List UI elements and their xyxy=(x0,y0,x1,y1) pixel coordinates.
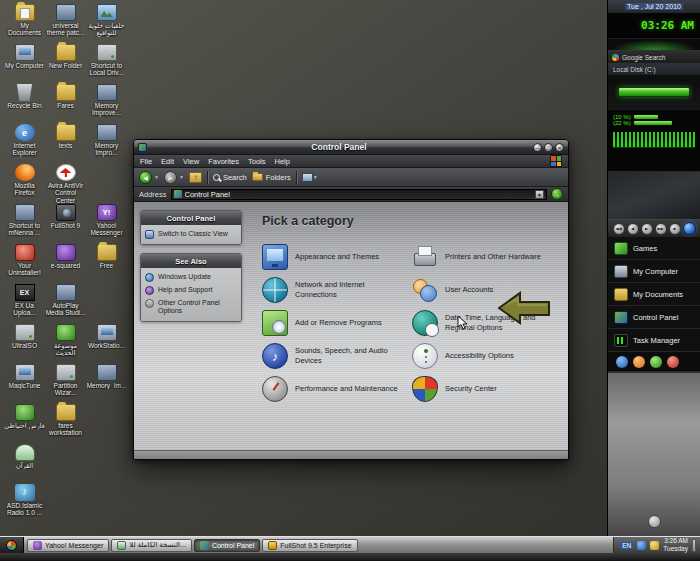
media-play-glow-button[interactable] xyxy=(683,222,696,235)
google-search-widget[interactable]: Google Search xyxy=(608,50,700,63)
desktop-icon[interactable]: Memory_Im... xyxy=(86,364,127,404)
desktop-icon[interactable]: universal theme patc... xyxy=(45,4,86,44)
desktop-icon[interactable]: My Documents xyxy=(4,4,45,44)
start-button[interactable] xyxy=(0,537,24,553)
desktop-icon[interactable]: Mozilla Firefox xyxy=(4,164,45,204)
taskbar-task[interactable]: Yahoo! Messenger xyxy=(27,539,109,552)
recorder-icon[interactable] xyxy=(667,356,679,368)
tray-network-icon[interactable] xyxy=(637,541,646,550)
dock-item[interactable]: Task Manager xyxy=(608,329,700,352)
desktop-icon-image xyxy=(15,124,35,141)
desktop-icon[interactable]: Avira AntiVir Control Center xyxy=(45,164,86,204)
desktop-icon[interactable]: Shortcut to mNenna ... xyxy=(4,204,45,244)
taskbar-task[interactable]: النسخة الكاملة للا... xyxy=(111,539,192,552)
category-item[interactable]: Printers and Other Hardware xyxy=(412,240,564,273)
dock-item[interactable]: Games xyxy=(608,237,700,260)
dock-item[interactable]: My Computer xyxy=(608,260,700,283)
views-button[interactable]: ▼ xyxy=(302,173,318,182)
desktop-icon[interactable]: فارس احتياطي xyxy=(4,404,45,444)
messenger-icon[interactable] xyxy=(650,356,662,368)
media-button[interactable]: ▶▶ xyxy=(655,223,667,235)
box-body: Switch to Classic View xyxy=(141,225,241,244)
browser-icon[interactable] xyxy=(633,356,645,368)
desktop-icon[interactable]: MagicTune xyxy=(4,364,45,404)
task-pane-link[interactable]: Windows Update xyxy=(145,273,237,282)
menu-item[interactable]: View xyxy=(183,157,199,166)
desktop-icon-image xyxy=(56,164,76,181)
task-pane-link[interactable]: Other Control Panel Options xyxy=(145,299,237,316)
go-button[interactable]: → xyxy=(551,188,563,200)
dock-item[interactable]: Control Panel xyxy=(608,306,700,329)
search-button[interactable]: Search xyxy=(213,173,247,182)
desktop-icon[interactable]: موسوعة الحديث xyxy=(45,324,86,364)
menu-item[interactable]: File xyxy=(140,157,152,166)
desktop-icon[interactable]: e-squared xyxy=(45,244,86,284)
menu-item[interactable]: Edit xyxy=(161,157,174,166)
tray-clock[interactable]: 3:26 AM Tuesday xyxy=(663,537,688,553)
category-item[interactable]: Accessibility Options xyxy=(412,339,564,372)
category-item[interactable]: Sounds, Speech, and Audio Devices xyxy=(262,339,412,372)
taskbar-task[interactable]: Control Panel xyxy=(194,539,260,552)
desktop-icon[interactable]: WorkStatio... xyxy=(86,324,127,364)
language-indicator[interactable]: EN xyxy=(620,542,633,549)
category-icon xyxy=(412,244,438,270)
task-pane-link[interactable]: Switch to Classic View xyxy=(145,230,237,239)
desktop-icon[interactable]: FullShot 9 xyxy=(45,204,86,244)
desktop-icon[interactable]: My Computer xyxy=(4,44,45,84)
desktop-icon[interactable]: ASD.Islamic Radio 1.0 ... xyxy=(4,484,45,524)
address-dropdown-button[interactable]: ▼ xyxy=(535,190,544,199)
desktop-icon[interactable]: Shortcut to Local Driv... xyxy=(86,44,127,84)
close-button[interactable]: × xyxy=(555,143,564,152)
media-button[interactable]: ▶ xyxy=(641,223,653,235)
desktop-icon[interactable]: New Folder xyxy=(45,44,86,84)
desktop-icon[interactable]: Partition Wizar... xyxy=(45,364,86,404)
back-dropdown-icon[interactable]: ▼ xyxy=(154,174,159,180)
category-item[interactable]: Performance and Maintenance xyxy=(262,372,412,405)
dock-item[interactable]: My Documents xyxy=(608,283,700,306)
back-button[interactable]: ◀ xyxy=(139,171,152,184)
desktop-icon[interactable]: fares workstation xyxy=(45,404,86,444)
desktop-icon-label: My Computer xyxy=(5,62,44,69)
window-titlebar[interactable]: Control Panel – □ × xyxy=(134,140,568,155)
desktop-icon[interactable]: Memory Impro... xyxy=(86,124,127,164)
desktop-icon[interactable]: Internet Explorer xyxy=(4,124,45,164)
desktop-icon[interactable]: Recycle Bin xyxy=(4,84,45,124)
desktop-icon[interactable]: UltraISO xyxy=(4,324,45,364)
toolbar-separator xyxy=(207,171,208,184)
folders-button[interactable]: Folders xyxy=(252,173,291,182)
desktop-icon[interactable]: Free xyxy=(86,244,127,284)
task-pane-link[interactable]: Help and Support xyxy=(145,286,237,295)
desktop-icon[interactable]: AutoPlay Media Studi... xyxy=(45,284,86,324)
category-item[interactable]: Add or Remove Programs xyxy=(262,306,412,339)
menu-item[interactable]: Favorites xyxy=(208,157,239,166)
media-button[interactable]: ◀ xyxy=(627,223,639,235)
menu-item[interactable]: Tools xyxy=(248,157,266,166)
menu-item[interactable]: Help xyxy=(275,157,290,166)
desktop-icon[interactable]: Memory Improve... xyxy=(86,84,127,124)
taskbar-task[interactable]: FullShot 9.5 Enterprise xyxy=(262,539,357,552)
desktop-icon[interactable]: Your Uninstaller! xyxy=(4,244,45,284)
desktop-icon[interactable]: Yahoo! Messenger xyxy=(86,204,127,244)
media-button[interactable]: ◀◀ xyxy=(613,223,625,235)
desktop-icon[interactable]: القرآن xyxy=(4,444,45,484)
media-player-icon[interactable] xyxy=(616,356,628,368)
desktop-icon[interactable]: EX Ua Uploa... xyxy=(4,284,45,324)
desktop-icon-label: AutoPlay Media Studi... xyxy=(45,302,86,317)
category-item[interactable]: Appearance and Themes xyxy=(262,240,412,273)
desktop-icon-label: موسوعة الحديث xyxy=(45,342,86,357)
date-widget: Tue , Jul 20 2010 xyxy=(608,0,700,13)
forward-button[interactable]: ▶ xyxy=(164,171,177,184)
address-combo[interactable]: Control Panel ▼ xyxy=(171,189,547,200)
desktop-icon[interactable]: Fares xyxy=(45,84,86,124)
up-button[interactable] xyxy=(189,172,202,183)
category-item[interactable]: Network and Internet Connections xyxy=(262,273,412,306)
show-desktop-button[interactable] xyxy=(692,539,696,552)
desktop-icon[interactable]: خلفيات خلوية للتواقيع xyxy=(86,4,127,44)
category-item[interactable]: Security Center xyxy=(412,372,564,405)
minimize-button[interactable]: – xyxy=(533,143,542,152)
desktop-icon[interactable]: texts xyxy=(45,124,86,164)
forward-dropdown-icon[interactable]: ▼ xyxy=(179,174,184,180)
tray-alert-icon[interactable] xyxy=(650,541,659,550)
media-button[interactable]: ■ xyxy=(669,223,681,235)
maximize-button[interactable]: □ xyxy=(544,143,553,152)
